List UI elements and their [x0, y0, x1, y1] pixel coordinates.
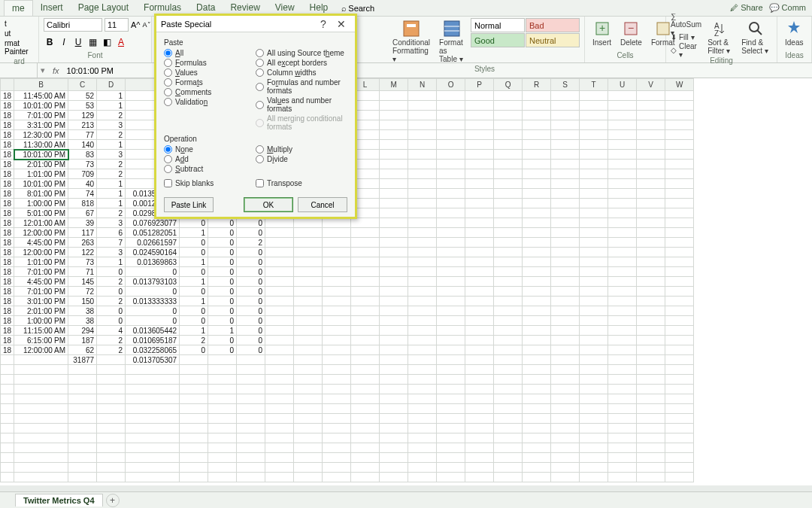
cell[interactable] [408, 179, 437, 189]
cell[interactable] [665, 179, 694, 189]
cell[interactable] [580, 433, 608, 443]
cell[interactable]: 1 [97, 179, 126, 189]
autosum-button[interactable]: ∑ AutoSum ▾ [671, 18, 701, 31]
cell[interactable] [68, 365, 97, 375]
cell[interactable] [437, 228, 465, 238]
cell[interactable] [97, 385, 126, 394]
cell[interactable] [1, 443, 14, 453]
cell[interactable] [608, 287, 637, 297]
cell[interactable] [608, 179, 637, 189]
cell[interactable] [494, 473, 523, 482]
cell[interactable] [437, 355, 465, 365]
cell[interactable] [494, 394, 523, 404]
cell[interactable] [523, 169, 551, 179]
cell[interactable] [380, 365, 408, 375]
cell[interactable] [494, 297, 523, 306]
cell[interactable] [68, 443, 97, 453]
cell[interactable] [465, 91, 494, 101]
cell[interactable] [637, 267, 665, 277]
cell[interactable]: 18 [1, 169, 14, 179]
cell[interactable] [408, 463, 437, 473]
ribbon-tab-me[interactable]: me [4, 0, 33, 16]
cell[interactable]: 0.010695187 [126, 336, 180, 345]
style-bad[interactable]: Bad [526, 18, 580, 32]
cell[interactable] [380, 443, 408, 453]
cell[interactable] [523, 101, 551, 111]
cell[interactable] [97, 394, 126, 404]
cell[interactable] [323, 326, 351, 336]
cell[interactable] [465, 218, 494, 228]
cell[interactable] [551, 208, 580, 218]
cell[interactable]: 12:00:00 PM [14, 248, 68, 257]
share-button[interactable]: 🖉 Share [730, 3, 762, 13]
cell[interactable] [380, 336, 408, 345]
cell[interactable] [408, 443, 437, 453]
cell[interactable] [580, 169, 608, 179]
table-row[interactable]: 183:01:00 PM15020.013333333100 [1, 297, 694, 306]
cell[interactable] [265, 228, 294, 238]
cell[interactable] [608, 326, 637, 336]
cell[interactable]: 18 [1, 326, 14, 336]
cell[interactable] [265, 433, 294, 443]
style-good[interactable]: Good [471, 33, 525, 47]
cell[interactable] [1, 424, 14, 433]
cell[interactable] [580, 473, 608, 482]
cell[interactable] [237, 414, 265, 424]
cell[interactable] [237, 355, 265, 365]
cancel-button[interactable]: Cancel [298, 197, 347, 212]
cell[interactable] [494, 101, 523, 111]
cell[interactable] [323, 473, 351, 482]
cell[interactable] [380, 414, 408, 424]
cell[interactable] [551, 189, 580, 199]
cell[interactable] [637, 179, 665, 189]
cell[interactable] [323, 297, 351, 306]
cell[interactable] [465, 169, 494, 179]
cell[interactable] [494, 130, 523, 140]
cell[interactable] [494, 453, 523, 463]
cell[interactable] [523, 248, 551, 257]
cell[interactable] [351, 326, 380, 336]
cell[interactable] [665, 130, 694, 140]
cell[interactable] [380, 140, 408, 150]
cell[interactable] [351, 473, 380, 482]
cell[interactable] [126, 433, 180, 443]
cell[interactable] [437, 463, 465, 473]
cell[interactable]: 18 [1, 189, 14, 199]
cell[interactable] [323, 267, 351, 277]
cell[interactable] [208, 355, 237, 365]
cell[interactable] [494, 326, 523, 336]
cell[interactable] [265, 345, 294, 355]
font-name-select[interactable] [44, 18, 102, 32]
cell[interactable] [608, 189, 637, 199]
cell[interactable] [523, 111, 551, 120]
cell[interactable] [637, 248, 665, 257]
cell[interactable] [380, 169, 408, 179]
cell[interactable] [265, 463, 294, 473]
cell[interactable] [437, 345, 465, 355]
cell[interactable] [14, 355, 68, 365]
cell[interactable] [665, 297, 694, 306]
cell[interactable]: 1:01:00 PM [14, 257, 68, 267]
cell[interactable] [465, 101, 494, 111]
cell[interactable]: 0 [237, 345, 265, 355]
cell[interactable] [523, 326, 551, 336]
cell[interactable]: 0 [180, 218, 208, 228]
cell[interactable] [523, 385, 551, 394]
cell[interactable] [608, 297, 637, 306]
cell[interactable] [380, 160, 408, 169]
cell[interactable] [665, 111, 694, 120]
cell[interactable] [665, 365, 694, 375]
cell[interactable] [380, 287, 408, 297]
cell[interactable] [408, 238, 437, 248]
cell[interactable] [380, 199, 408, 208]
cell[interactable] [68, 375, 97, 385]
cell[interactable] [14, 365, 68, 375]
cell[interactable] [551, 297, 580, 306]
cell[interactable] [437, 326, 465, 336]
cell[interactable]: 4:45:00 PM [14, 238, 68, 248]
cell[interactable] [465, 345, 494, 355]
cell[interactable] [126, 424, 180, 433]
cell[interactable] [465, 375, 494, 385]
cell[interactable] [351, 375, 380, 385]
cell[interactable] [608, 385, 637, 394]
